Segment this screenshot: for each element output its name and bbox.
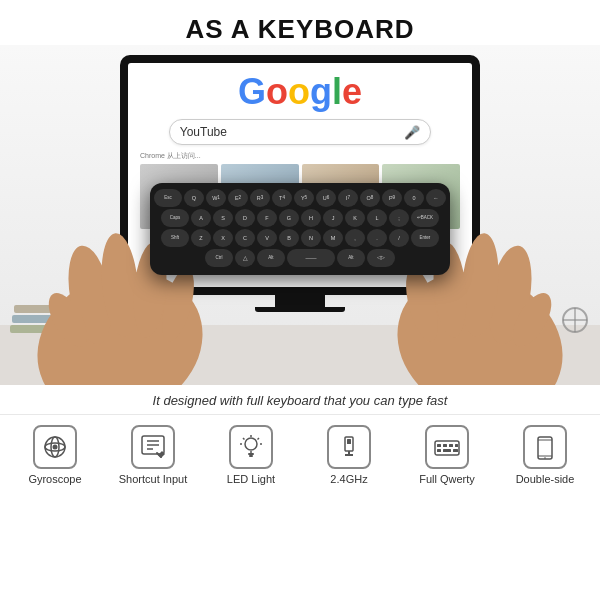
key-q: Q (184, 189, 204, 207)
key-back: ↵BACK (411, 209, 439, 227)
key-v: V (257, 229, 277, 247)
key-esc: Esc (154, 189, 182, 207)
keyboard-row-1: Esc Q W1 E2 R3 T4 Y5 U6 I7 O8 P9 0 ← (158, 189, 442, 207)
product-scene: Google YouTube 🎤 Chrome 从上访问... (0, 45, 600, 385)
key-j: J (323, 209, 343, 227)
key-u: U6 (316, 189, 336, 207)
g-letter-6: e (342, 71, 362, 112)
key-b: B (279, 229, 299, 247)
key-slash: / (389, 229, 409, 247)
svg-point-50 (544, 457, 546, 459)
led-light-label: LED Light (227, 473, 275, 485)
svg-rect-45 (443, 449, 451, 452)
search-text: YouTube (180, 125, 404, 139)
full-qwerty-svg (433, 433, 461, 461)
svg-rect-41 (443, 444, 447, 447)
key-ctrl: Ctrl (205, 249, 233, 267)
key-backspace: ← (426, 189, 446, 207)
keyboard-row-4: Ctrl △ Alt —— Alt ◁▷ (158, 249, 442, 267)
svg-rect-33 (248, 453, 254, 455)
key-p: P9 (382, 189, 402, 207)
key-a: A (191, 209, 211, 227)
svg-rect-42 (449, 444, 453, 447)
svg-rect-39 (435, 441, 459, 455)
shortcut-input-svg (139, 433, 167, 461)
key-g: G (279, 209, 299, 227)
2.4ghz-svg (335, 433, 363, 461)
feature-double-side: Double-side (505, 425, 585, 485)
svg-rect-40 (437, 444, 441, 447)
keyboard-device: Esc Q W1 E2 R3 T4 Y5 U6 I7 O8 P9 0 ← Cap… (150, 183, 450, 275)
led-light-svg (237, 433, 265, 461)
key-h: H (301, 209, 321, 227)
key-n: N (301, 229, 321, 247)
feature-led-light: LED Light (211, 425, 291, 485)
key-s: S (213, 209, 233, 227)
key-e: E2 (228, 189, 248, 207)
features-bar: Gyroscope Shortcut Input (0, 414, 600, 493)
svg-rect-34 (249, 455, 253, 457)
feature-2.4ghz: 2.4GHz (309, 425, 389, 485)
key-arrows: ◁▷ (367, 249, 395, 267)
2.4ghz-icon (327, 425, 371, 469)
page-container: AS A KEYBOARD Google YouTube 🎤 (0, 0, 600, 600)
key-x: X (213, 229, 233, 247)
key-d: D (235, 209, 255, 227)
key-y: Y5 (294, 189, 314, 207)
feature-gyroscope: Gyroscope (15, 425, 95, 485)
svg-rect-36 (347, 439, 351, 444)
keyboard-row-2: Caps A S D F G H J K L ; ↵BACK (158, 209, 442, 227)
g-letter-3: o (288, 71, 310, 112)
monitor-base (255, 307, 345, 312)
key-alt-right: Alt (337, 249, 365, 267)
double-side-label: Double-side (516, 473, 575, 485)
key-0: 0 (404, 189, 424, 207)
full-qwerty-label: Full Qwerty (419, 473, 475, 485)
keyboard-row-3: Shft Z X C V B N M , . / Enter (158, 229, 442, 247)
mic-icon: 🎤 (404, 125, 420, 140)
key-t: T4 (272, 189, 292, 207)
chrome-label: Chrome 从上访问... (140, 151, 201, 161)
gyroscope-svg (41, 433, 69, 461)
key-fn: △ (235, 249, 255, 267)
key-alt-left: Alt (257, 249, 285, 267)
shortcut-input-icon (131, 425, 175, 469)
monitor-stand (275, 295, 325, 307)
svg-rect-43 (455, 444, 458, 447)
key-o: O8 (360, 189, 380, 207)
search-bar: YouTube 🎤 (169, 119, 431, 145)
double-side-icon (523, 425, 567, 469)
key-k: K (345, 209, 365, 227)
key-semicolon: ; (389, 209, 409, 227)
svg-point-26 (245, 438, 257, 450)
key-i: I7 (338, 189, 358, 207)
gyroscope-icon (33, 425, 77, 469)
key-enter: Enter (411, 229, 439, 247)
g-letter-2: o (266, 71, 288, 112)
svg-rect-46 (453, 449, 458, 452)
svg-line-30 (258, 438, 260, 440)
google-logo: Google (238, 71, 362, 113)
key-shift: Shft (161, 229, 189, 247)
key-period: . (367, 229, 387, 247)
full-qwerty-icon (425, 425, 469, 469)
gyroscope-label: Gyroscope (28, 473, 81, 485)
key-space: —— (287, 249, 335, 267)
g-letter-4: g (310, 71, 332, 112)
svg-line-29 (243, 438, 245, 440)
description-text: It designed with full keyboard that you … (133, 385, 468, 414)
shortcut-input-label: Shortcut Input (119, 473, 188, 485)
key-c: C (235, 229, 255, 247)
feature-shortcut-input: Shortcut Input (113, 425, 193, 485)
key-z: Z (191, 229, 211, 247)
svg-point-21 (53, 445, 58, 450)
key-f: F (257, 209, 277, 227)
key-r: R3 (250, 189, 270, 207)
page-title: AS A KEYBOARD (185, 0, 414, 45)
g-letter-1: G (238, 71, 266, 112)
key-w: W1 (206, 189, 226, 207)
key-l: L (367, 209, 387, 227)
g-letter-5: l (332, 71, 342, 112)
key-comma: , (345, 229, 365, 247)
2.4ghz-label: 2.4GHz (330, 473, 367, 485)
